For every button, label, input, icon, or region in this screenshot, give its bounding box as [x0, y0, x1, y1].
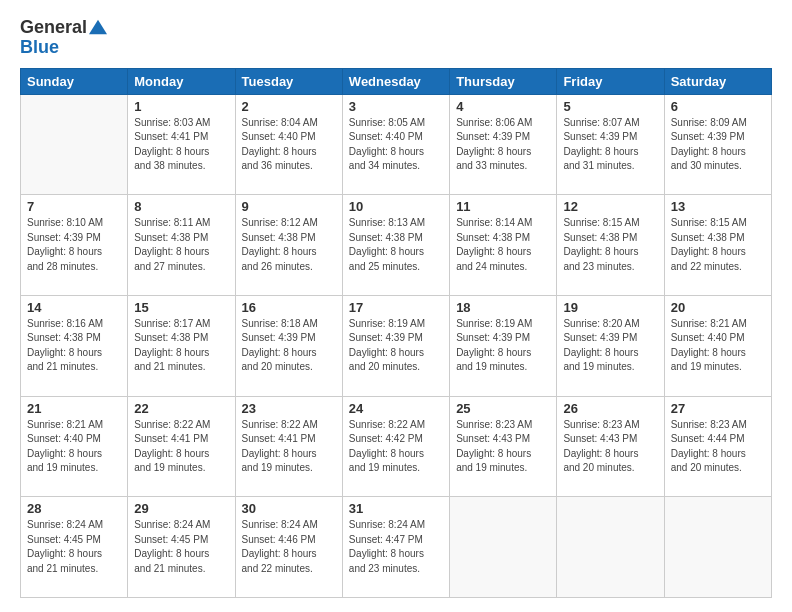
logo-text-blue: Blue [20, 38, 107, 58]
calendar-cell: 31Sunrise: 8:24 AMSunset: 4:47 PMDayligh… [342, 497, 449, 598]
day-info: Sunrise: 8:24 AMSunset: 4:46 PMDaylight:… [242, 518, 336, 576]
day-number: 31 [349, 501, 443, 516]
calendar-cell: 22Sunrise: 8:22 AMSunset: 4:41 PMDayligh… [128, 396, 235, 497]
day-number: 15 [134, 300, 228, 315]
calendar-cell: 2Sunrise: 8:04 AMSunset: 4:40 PMDaylight… [235, 94, 342, 195]
day-number: 16 [242, 300, 336, 315]
calendar-cell: 14Sunrise: 8:16 AMSunset: 4:38 PMDayligh… [21, 295, 128, 396]
calendar-cell: 5Sunrise: 8:07 AMSunset: 4:39 PMDaylight… [557, 94, 664, 195]
day-number: 12 [563, 199, 657, 214]
calendar-cell [21, 94, 128, 195]
calendar-cell: 20Sunrise: 8:21 AMSunset: 4:40 PMDayligh… [664, 295, 771, 396]
day-number: 24 [349, 401, 443, 416]
day-info: Sunrise: 8:15 AMSunset: 4:38 PMDaylight:… [563, 216, 657, 274]
calendar-table: SundayMondayTuesdayWednesdayThursdayFrid… [20, 68, 772, 598]
day-number: 22 [134, 401, 228, 416]
calendar-cell: 24Sunrise: 8:22 AMSunset: 4:42 PMDayligh… [342, 396, 449, 497]
calendar-cell [664, 497, 771, 598]
day-number: 2 [242, 99, 336, 114]
day-info: Sunrise: 8:16 AMSunset: 4:38 PMDaylight:… [27, 317, 121, 375]
calendar-cell: 10Sunrise: 8:13 AMSunset: 4:38 PMDayligh… [342, 195, 449, 296]
day-info: Sunrise: 8:24 AMSunset: 4:45 PMDaylight:… [134, 518, 228, 576]
calendar-cell: 29Sunrise: 8:24 AMSunset: 4:45 PMDayligh… [128, 497, 235, 598]
calendar-cell: 7Sunrise: 8:10 AMSunset: 4:39 PMDaylight… [21, 195, 128, 296]
day-info: Sunrise: 8:07 AMSunset: 4:39 PMDaylight:… [563, 116, 657, 174]
weekday-header: Tuesday [235, 68, 342, 94]
day-info: Sunrise: 8:21 AMSunset: 4:40 PMDaylight:… [27, 418, 121, 476]
calendar-cell: 8Sunrise: 8:11 AMSunset: 4:38 PMDaylight… [128, 195, 235, 296]
calendar-cell: 23Sunrise: 8:22 AMSunset: 4:41 PMDayligh… [235, 396, 342, 497]
day-info: Sunrise: 8:24 AMSunset: 4:45 PMDaylight:… [27, 518, 121, 576]
day-number: 19 [563, 300, 657, 315]
day-number: 21 [27, 401, 121, 416]
weekday-header: Saturday [664, 68, 771, 94]
calendar-cell: 25Sunrise: 8:23 AMSunset: 4:43 PMDayligh… [450, 396, 557, 497]
calendar-cell: 15Sunrise: 8:17 AMSunset: 4:38 PMDayligh… [128, 295, 235, 396]
calendar-cell: 27Sunrise: 8:23 AMSunset: 4:44 PMDayligh… [664, 396, 771, 497]
day-info: Sunrise: 8:22 AMSunset: 4:42 PMDaylight:… [349, 418, 443, 476]
calendar-cell: 3Sunrise: 8:05 AMSunset: 4:40 PMDaylight… [342, 94, 449, 195]
calendar-cell: 11Sunrise: 8:14 AMSunset: 4:38 PMDayligh… [450, 195, 557, 296]
day-info: Sunrise: 8:13 AMSunset: 4:38 PMDaylight:… [349, 216, 443, 274]
weekday-header: Friday [557, 68, 664, 94]
calendar-cell: 1Sunrise: 8:03 AMSunset: 4:41 PMDaylight… [128, 94, 235, 195]
calendar-cell: 19Sunrise: 8:20 AMSunset: 4:39 PMDayligh… [557, 295, 664, 396]
day-info: Sunrise: 8:19 AMSunset: 4:39 PMDaylight:… [349, 317, 443, 375]
day-number: 29 [134, 501, 228, 516]
calendar-cell: 30Sunrise: 8:24 AMSunset: 4:46 PMDayligh… [235, 497, 342, 598]
calendar-cell: 13Sunrise: 8:15 AMSunset: 4:38 PMDayligh… [664, 195, 771, 296]
day-info: Sunrise: 8:06 AMSunset: 4:39 PMDaylight:… [456, 116, 550, 174]
calendar-cell: 28Sunrise: 8:24 AMSunset: 4:45 PMDayligh… [21, 497, 128, 598]
day-info: Sunrise: 8:03 AMSunset: 4:41 PMDaylight:… [134, 116, 228, 174]
calendar-cell: 17Sunrise: 8:19 AMSunset: 4:39 PMDayligh… [342, 295, 449, 396]
day-number: 5 [563, 99, 657, 114]
day-number: 6 [671, 99, 765, 114]
day-info: Sunrise: 8:23 AMSunset: 4:44 PMDaylight:… [671, 418, 765, 476]
day-info: Sunrise: 8:09 AMSunset: 4:39 PMDaylight:… [671, 116, 765, 174]
calendar-cell [557, 497, 664, 598]
day-info: Sunrise: 8:21 AMSunset: 4:40 PMDaylight:… [671, 317, 765, 375]
day-info: Sunrise: 8:10 AMSunset: 4:39 PMDaylight:… [27, 216, 121, 274]
calendar-cell: 26Sunrise: 8:23 AMSunset: 4:43 PMDayligh… [557, 396, 664, 497]
day-number: 30 [242, 501, 336, 516]
day-info: Sunrise: 8:18 AMSunset: 4:39 PMDaylight:… [242, 317, 336, 375]
day-info: Sunrise: 8:12 AMSunset: 4:38 PMDaylight:… [242, 216, 336, 274]
calendar-cell [450, 497, 557, 598]
day-number: 18 [456, 300, 550, 315]
calendar-cell: 4Sunrise: 8:06 AMSunset: 4:39 PMDaylight… [450, 94, 557, 195]
day-number: 17 [349, 300, 443, 315]
day-number: 3 [349, 99, 443, 114]
calendar-cell: 6Sunrise: 8:09 AMSunset: 4:39 PMDaylight… [664, 94, 771, 195]
day-info: Sunrise: 8:23 AMSunset: 4:43 PMDaylight:… [456, 418, 550, 476]
day-info: Sunrise: 8:23 AMSunset: 4:43 PMDaylight:… [563, 418, 657, 476]
logo-text-general: General [20, 18, 87, 38]
day-number: 14 [27, 300, 121, 315]
day-number: 9 [242, 199, 336, 214]
day-info: Sunrise: 8:05 AMSunset: 4:40 PMDaylight:… [349, 116, 443, 174]
day-number: 13 [671, 199, 765, 214]
day-info: Sunrise: 8:14 AMSunset: 4:38 PMDaylight:… [456, 216, 550, 274]
day-info: Sunrise: 8:24 AMSunset: 4:47 PMDaylight:… [349, 518, 443, 576]
calendar-cell: 21Sunrise: 8:21 AMSunset: 4:40 PMDayligh… [21, 396, 128, 497]
day-number: 4 [456, 99, 550, 114]
day-info: Sunrise: 8:19 AMSunset: 4:39 PMDaylight:… [456, 317, 550, 375]
day-info: Sunrise: 8:04 AMSunset: 4:40 PMDaylight:… [242, 116, 336, 174]
calendar-cell: 16Sunrise: 8:18 AMSunset: 4:39 PMDayligh… [235, 295, 342, 396]
day-number: 25 [456, 401, 550, 416]
weekday-header: Sunday [21, 68, 128, 94]
calendar-cell: 12Sunrise: 8:15 AMSunset: 4:38 PMDayligh… [557, 195, 664, 296]
calendar-page: General Blue SundayMondayTuesdayWednesda… [0, 0, 792, 612]
svg-marker-0 [89, 20, 107, 34]
header: General Blue [20, 18, 772, 58]
day-info: Sunrise: 8:22 AMSunset: 4:41 PMDaylight:… [242, 418, 336, 476]
day-number: 8 [134, 199, 228, 214]
day-info: Sunrise: 8:22 AMSunset: 4:41 PMDaylight:… [134, 418, 228, 476]
day-number: 26 [563, 401, 657, 416]
logo-icon [89, 18, 107, 36]
day-number: 10 [349, 199, 443, 214]
day-number: 20 [671, 300, 765, 315]
weekday-header: Monday [128, 68, 235, 94]
day-number: 7 [27, 199, 121, 214]
day-info: Sunrise: 8:17 AMSunset: 4:38 PMDaylight:… [134, 317, 228, 375]
day-info: Sunrise: 8:20 AMSunset: 4:39 PMDaylight:… [563, 317, 657, 375]
